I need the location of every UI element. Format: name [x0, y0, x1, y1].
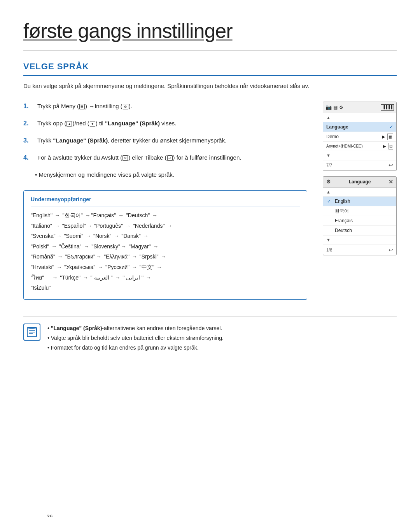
cam-anynet-icon: ⊡	[388, 143, 393, 149]
lang-arrow-down-row[interactable]: ▼	[323, 236, 396, 245]
lang-header-title: Language	[349, 178, 371, 185]
lang-arrow-up-row[interactable]: ▲	[323, 188, 396, 197]
cam-back-btn[interactable]: ↩	[388, 161, 393, 169]
lang-french-label: Français	[335, 217, 353, 224]
submenu-row-1: "Italiano" → "Español"→ "Português" → "N…	[31, 223, 173, 229]
lang-back-btn[interactable]: ↩	[388, 246, 393, 254]
submenu-row-7: "IsiZulu"	[31, 285, 51, 291]
arrow-down-icon: ▼	[90, 121, 95, 127]
submenu-title: Undermenyoppføringer	[31, 195, 300, 206]
step-3-text: Trykk "Language" (Språk), deretter trykk…	[37, 136, 226, 145]
intro-text: Du kan velge språk på skjermmenyene og m…	[23, 81, 397, 91]
steps-column: 1. Trykk på Meny (☰) →Innstilling (⚙). 2…	[23, 102, 307, 307]
ui-diagrams: 📷 ▦ ⚙ ▐▐▐▐ ▲ Language ✓ Demo	[323, 102, 397, 255]
page-number: 36	[47, 513, 53, 517]
lang-item-french[interactable]: Français	[323, 216, 396, 226]
note-item-3: Formatet for dato og tid kan endres på g…	[47, 343, 224, 353]
note-item-1: "Language" (Språk)-alternativene kan end…	[47, 324, 224, 333]
language-list-diagram: ⚙ Language ✕ ▲ ✓ English 한국어 Franç	[323, 176, 397, 255]
submenu-row-0: "English" → "한국어" →"Français" → "Deutsch…	[31, 212, 158, 218]
section-title: VELGE SPRÅK	[23, 60, 397, 76]
step-1: 1. Trykk på Meny (☰) →Innstilling (⚙).	[23, 102, 307, 111]
cam-check-icon: ✓	[389, 123, 393, 130]
settings-icon: ⚙	[123, 104, 128, 109]
step-4-num: 4.	[23, 153, 33, 162]
cam-language-row[interactable]: Language ✓	[323, 122, 396, 132]
cam-icon-menu: ▦	[333, 104, 338, 111]
submenu-row-6: "ไทย" → "Türkçe" → " ایرانی " → " العربي…	[31, 274, 152, 281]
cam-anynet-row[interactable]: Anynet+(HDMI-CEC) ▶ ⊡	[323, 142, 396, 151]
cam-demo-label: Demo	[326, 133, 380, 140]
cam-battery-area: ▐▐▐▐	[381, 104, 394, 111]
cam-arrow-up-row[interactable]: ▲	[323, 113, 396, 123]
step-2: 2. Trykk opp (▲)/ned (▼) til "Language" …	[23, 119, 307, 128]
cam-page-indicator: 7/7	[326, 162, 332, 169]
lang-item-english[interactable]: ✓ English	[323, 197, 396, 206]
submenu-row-5: "Hrvatski" → "Українська" → "Русский" → …	[31, 264, 163, 270]
cam-arrow-down-row[interactable]: ▼	[323, 151, 396, 160]
camera-menu-diagram: 📷 ▦ ⚙ ▐▐▐▐ ▲ Language ✓ Demo	[323, 102, 397, 171]
cam-demo-icon: ▦	[387, 134, 393, 140]
lang-english-label: English	[335, 198, 350, 205]
step-3-num: 3.	[23, 136, 33, 145]
step-4-bullet: Menyskjermen og meldingene vises på valg…	[35, 170, 307, 179]
lang-arrow-down-icon[interactable]: ▼	[326, 237, 331, 243]
lang-german-label: Deutsch	[335, 227, 352, 234]
step-1-text: Trykk på Meny (☰) →Innstilling (⚙).	[37, 102, 132, 111]
cam-icon-wifi: 📷	[326, 104, 332, 111]
lang-nav-bar: 1/8 ↩	[323, 245, 396, 255]
cam-top-bar: 📷 ▦ ⚙ ▐▐▐▐	[323, 102, 396, 113]
submenu-row-4: "Română" → "Български"→ "Ελληνικά" → "Sr…	[31, 253, 167, 260]
lang-header: ⚙ Language ✕	[323, 177, 396, 188]
arrow-up-icon: ▲	[66, 121, 72, 127]
note-box: "Language" (Språk)-alternativene kan end…	[23, 316, 397, 353]
step-2-num: 2.	[23, 119, 33, 128]
menu-icon: ☰	[79, 104, 85, 109]
lang-korean-label: 한국어	[335, 208, 349, 215]
lang-item-german[interactable]: Deutsch	[323, 226, 396, 236]
lang-gear-icon: ⚙	[326, 178, 331, 186]
lang-item-korean[interactable]: 한국어	[323, 206, 396, 216]
battery-icon: ▐▐▐▐	[381, 104, 394, 111]
page-title: første gangs innstillinger	[23, 16, 397, 51]
submenu-box: Undermenyoppføringer "English" → "한국어" →…	[23, 190, 307, 300]
step-4: 4. For å avslutte trykker du Avslutt (✕)…	[23, 153, 307, 162]
step-4-text: For å avslutte trykker du Avslutt (✕) el…	[37, 153, 241, 162]
note-list: "Language" (Språk)-alternativene kan end…	[47, 324, 224, 353]
note-svg	[26, 327, 37, 338]
cam-anynet-arrow: ▶	[383, 143, 386, 149]
cam-demo-row[interactable]: Demo ▶ ▦	[323, 132, 396, 142]
cam-language-label: Language	[326, 123, 387, 130]
submenu-row-3: "Polski" → "Čeština" → "Slovensky"→ "Mag…	[31, 243, 159, 250]
cam-anynet-label: Anynet+(HDMI-CEC)	[326, 143, 381, 149]
cam-nav-bar: 7/7 ↩	[323, 160, 396, 171]
cam-arrow-up-icon[interactable]: ▲	[326, 114, 331, 121]
cam-arrow-down-icon[interactable]: ▼	[326, 152, 331, 159]
step-1-num: 1.	[23, 102, 33, 111]
note-item-2: Valgte språk blir beholdt selv uten batt…	[47, 333, 224, 343]
submenu-row-2: "Svenska"→ "Suomi" → "Norsk" → "Dansk" →	[31, 233, 149, 239]
lang-page-indicator: 1/8	[326, 247, 332, 253]
submenu-chain: "English" → "한국어" →"Français" → "Deutsch…	[31, 210, 300, 293]
main-content: 1. Trykk på Meny (☰) →Innstilling (⚙). 2…	[23, 102, 397, 307]
lang-close-icon[interactable]: ✕	[388, 178, 393, 186]
lang-check-icon: ✓	[327, 198, 332, 205]
step-3: 3. Trykk "Language" (Språk), deretter tr…	[23, 136, 307, 145]
lang-arrow-up-icon[interactable]: ▲	[326, 189, 331, 195]
back-icon: ↩	[167, 155, 173, 161]
cam-demo-arrow: ▶	[382, 134, 385, 140]
exit-icon: ✕	[122, 155, 128, 161]
cam-icons: 📷 ▦ ⚙	[326, 104, 343, 111]
note-icon	[23, 324, 40, 341]
cam-icon-gear: ⚙	[339, 104, 343, 111]
step-2-text: Trykk opp (▲)/ned (▼) til "Language" (Sp…	[37, 119, 176, 128]
